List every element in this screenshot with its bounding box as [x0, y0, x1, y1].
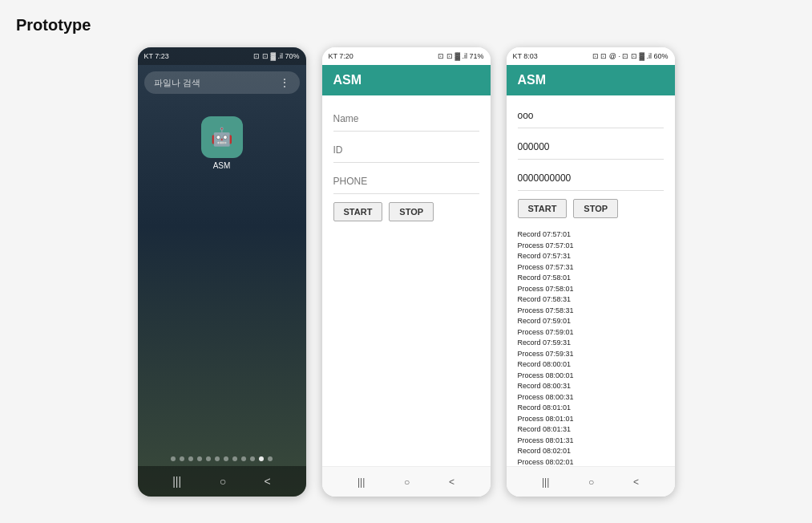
- phone3-carrier: KT 8:03: [513, 52, 538, 60]
- phone3-home-btn[interactable]: ○: [588, 476, 594, 488]
- phone2-status-icons: ⊡ ⊡ ▓ .il 71%: [438, 52, 483, 60]
- log-line-6: Record 07:58:31: [518, 294, 664, 306]
- phone2-form: START STOP: [322, 95, 491, 466]
- home-dot-8: [232, 456, 237, 461]
- phone3-id-field[interactable]: [518, 135, 664, 160]
- phone1-menu-icon[interactable]: ⋮: [279, 76, 290, 89]
- phone-1: KT 7:23 ⊡ ⊡ ▓ .il 70% 파일나 검색 ⋮ 🤖 ASM |||…: [138, 47, 306, 497]
- phone2-status-bar: KT 7:20 ⊡ ⊡ ▓ .il 71%: [322, 47, 491, 65]
- log-line-14: Record 08:00:31: [518, 381, 664, 392]
- phone3-btn-row: START STOP: [518, 199, 664, 218]
- log-line-20: Record 08:02:01: [518, 446, 664, 457]
- log-line-13: Process 08:00:01: [518, 371, 664, 382]
- log-line-19: Process 08:01:31: [518, 436, 664, 447]
- phone2-back-btn[interactable]: <: [449, 476, 454, 488]
- log-line-12: Record 08:00:01: [518, 359, 664, 371]
- phone1-app-grid: 🤖 ASM: [138, 116, 306, 170]
- log-line-8: Record 07:59:01: [518, 316, 664, 327]
- home-dot-7: [224, 456, 228, 461]
- phone1-status-bar: KT 7:23 ⊡ ⊡ ▓ .il 70%: [138, 47, 306, 65]
- phone3-status-bar: KT 8:03 ⊡ ⊡ @ · ⊡ ⊡ ▓ .il 60%: [507, 47, 675, 65]
- phone1-search-text: 파일나 검색: [154, 77, 200, 89]
- phone-2: KT 7:20 ⊡ ⊡ ▓ .il 71% ASM START STOP |||…: [322, 47, 491, 497]
- phone2-stop-button[interactable]: STOP: [389, 202, 434, 221]
- phone2-id-field[interactable]: [333, 138, 479, 163]
- phone1-home-btn[interactable]: ○: [220, 475, 226, 488]
- asm-icon-img: 🤖: [201, 116, 243, 158]
- phone3-stop-button[interactable]: STOP: [573, 199, 618, 218]
- log-line-2: Record 07:57:31: [518, 251, 664, 262]
- log-line-4: Record 07:58:01: [518, 273, 664, 284]
- home-dot-5: [206, 456, 211, 461]
- log-line-21: Process 08:02:01: [518, 457, 664, 467]
- log-line-16: Record 08:01:01: [518, 403, 664, 414]
- phone3-form: START STOP: [507, 95, 675, 226]
- log-line-11: Process 07:59:31: [518, 349, 664, 360]
- phone1-recent-btn[interactable]: |||: [172, 475, 181, 488]
- home-dot-3: [188, 456, 193, 461]
- home-dot-4: [197, 456, 202, 461]
- home-dot-6: [215, 456, 220, 461]
- log-line-18: Record 08:01:31: [518, 424, 664, 436]
- phone1-back-btn[interactable]: <: [265, 475, 271, 488]
- page-title: Prototype: [16, 16, 796, 34]
- log-line-3: Process 07:57:31: [518, 262, 664, 274]
- log-line-17: Process 08:01:01: [518, 414, 664, 425]
- log-line-15: Process 08:00:31: [518, 392, 664, 403]
- phone1-carrier: KT 7:23: [144, 52, 169, 60]
- asm-icon-label: ASM: [213, 161, 231, 170]
- phone2-recent-btn[interactable]: |||: [358, 476, 365, 488]
- log-line-5: Process 07:58:01: [518, 284, 664, 295]
- log-line-10: Record 07:59:31: [518, 338, 664, 349]
- phones-container: KT 7:23 ⊡ ⊡ ▓ .il 70% 파일나 검색 ⋮ 🤖 ASM |||…: [16, 47, 796, 497]
- phone2-btn-row: START STOP: [333, 202, 479, 221]
- phone2-app-header: ASM: [322, 65, 491, 95]
- phone1-status-icons: ⊡ ⊡ ▓ .il 70%: [253, 52, 299, 60]
- asm-app-icon[interactable]: 🤖 ASM: [201, 116, 243, 170]
- phone2-name-field[interactable]: [333, 107, 479, 132]
- phone3-status-icons: ⊡ ⊡ @ · ⊡ ⊡ ▓ .il 60%: [592, 52, 669, 60]
- phone1-search-bar[interactable]: 파일나 검색 ⋮: [144, 71, 300, 94]
- home-dot-12: [268, 456, 273, 461]
- phone3-back-btn[interactable]: <: [633, 476, 639, 488]
- log-line-9: Process 07:59:01: [518, 327, 664, 339]
- phone3-phone-field[interactable]: [518, 166, 664, 191]
- home-dot-2: [180, 456, 184, 461]
- log-line-0: Record 07:57:01: [518, 229, 664, 241]
- home-dot-9: [241, 456, 246, 461]
- phone3-start-button[interactable]: START: [518, 199, 568, 218]
- phone3-log-area: Record 07:57:01Process 07:57:01Record 07…: [507, 226, 675, 466]
- phone2-nav-bar: ||| ○ <: [322, 466, 491, 497]
- phone2-start-button[interactable]: START: [333, 202, 383, 221]
- home-dots: [138, 456, 306, 461]
- phone2-phone-field[interactable]: [333, 169, 479, 194]
- phone3-name-field[interactable]: [518, 103, 664, 128]
- phone2-home-btn[interactable]: ○: [404, 476, 410, 488]
- phone1-nav-bar: ||| ○ <: [138, 466, 306, 497]
- phone3-app-header: ASM: [507, 65, 675, 95]
- phone3-nav-bar: ||| ○ <: [507, 466, 675, 497]
- phone3-recent-btn[interactable]: |||: [542, 476, 549, 488]
- log-line-1: Process 07:57:01: [518, 241, 664, 252]
- home-dot-11: [259, 456, 264, 461]
- log-line-7: Process 07:58:31: [518, 306, 664, 317]
- phone2-carrier: KT 7:20: [329, 52, 353, 60]
- phone-3: KT 8:03 ⊡ ⊡ @ · ⊡ ⊡ ▓ .il 60% ASM START …: [507, 47, 675, 497]
- home-dot-10: [250, 456, 255, 461]
- home-dot-1: [171, 456, 176, 461]
